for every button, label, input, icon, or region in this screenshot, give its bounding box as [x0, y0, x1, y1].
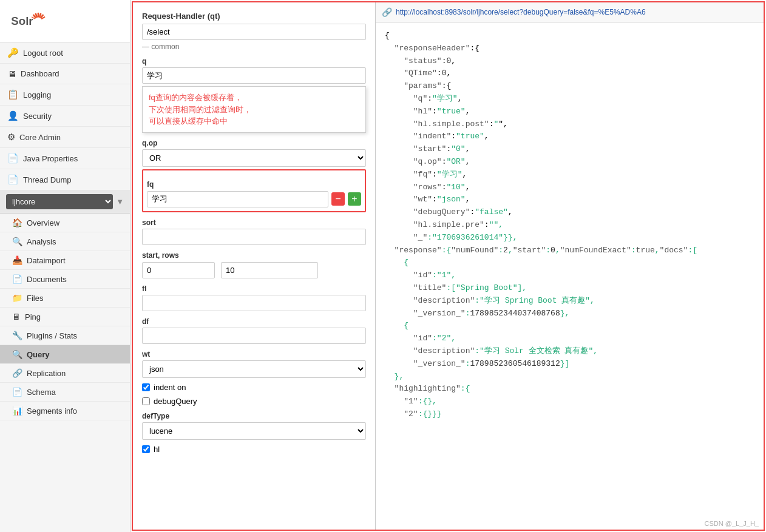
sidebar-item-security[interactable]: 👤 Security — [0, 106, 130, 127]
svg-line-0 — [33, 15, 35, 18]
core-selector-row: ljhcore ▼ — [0, 190, 130, 214]
sidebar-item-label: Thread Dump — [23, 175, 71, 184]
hl-label: hl — [154, 445, 160, 454]
start-rows-label: start, rows — [142, 251, 366, 260]
java-properties-icon: 📄 — [7, 153, 19, 164]
sidebar-item-label: Logging — [23, 90, 51, 99]
fq-add-button[interactable]: + — [348, 192, 361, 206]
deftype-select[interactable]: lucene dismax edismax — [142, 422, 366, 440]
qop-label: q.op — [142, 139, 366, 147]
response-panel: 🔗 http://localhost:8983/solr/ljhcore/sel… — [376, 2, 764, 530]
svg-text:Solr: Solr — [11, 15, 33, 28]
debug-label: debugQuery — [154, 397, 197, 406]
df-input[interactable] — [142, 328, 366, 344]
dashboard-icon: 🖥 — [7, 69, 16, 79]
form-panel: Request-Handler (qt) common q fq查询的内容会被缓… — [133, 2, 376, 530]
ping-icon: 🖥 — [12, 312, 21, 322]
security-icon: 👤 — [7, 110, 19, 121]
sidebar-logo: Solr — [0, 0, 130, 42]
sidebar-item-label: Logout root — [23, 49, 63, 58]
sidebar-sub-label: Plugins / Stats — [27, 331, 77, 340]
sidebar-sub-label: Ping — [25, 312, 41, 322]
sidebar-item-files[interactable]: 📁 Files — [0, 289, 130, 308]
files-icon: 📁 — [12, 293, 22, 303]
segments-icon: 📊 — [12, 406, 22, 416]
q-label: q — [142, 57, 366, 66]
sidebar-nav: 🔑 Logout root 🖥 Dashboard 📋 Logging 👤 Se… — [0, 42, 130, 190]
schema-icon: 📄 — [12, 387, 22, 397]
overview-icon: 🏠 — [12, 218, 22, 227]
sidebar-item-query[interactable]: 🔍 Query — [0, 345, 130, 364]
sidebar-sub-label: Overview — [27, 218, 59, 227]
sidebar-item-analysis[interactable]: 🔍 Analysis — [0, 232, 130, 251]
handler-label: Request-Handler (qt) — [142, 12, 366, 21]
sidebar: Solr 🔑 Logout root 🖥 Dashboard 📋 Logging… — [0, 0, 130, 532]
qop-select[interactable]: OR AND — [142, 149, 366, 167]
common-section-label: common — [142, 42, 366, 51]
sidebar-sub-label: Schema — [27, 388, 56, 397]
wt-select[interactable]: json xml csv — [142, 360, 366, 378]
handler-input[interactable] — [142, 24, 366, 40]
sidebar-item-dataimport[interactable]: 📥 Dataimport — [0, 251, 130, 270]
sidebar-item-logout[interactable]: 🔑 Logout root — [0, 42, 130, 64]
response-body[interactable]: { "responseHeader":{ "status":0, "QTime"… — [376, 22, 764, 530]
q-input[interactable] — [142, 67, 366, 84]
dataimport-icon: 📥 — [12, 255, 22, 265]
fl-label: fl — [142, 285, 366, 293]
sidebar-item-label: Core Admin — [19, 133, 61, 142]
fq-input[interactable] — [147, 191, 328, 207]
sidebar-item-label: Security — [23, 112, 52, 121]
core-selector[interactable]: ljhcore — [6, 194, 113, 209]
start-input[interactable] — [142, 262, 215, 278]
sidebar-sub-nav: 🏠 Overview 🔍 Analysis 📥 Dataimport 📄 Doc… — [0, 214, 130, 420]
sidebar-item-ping[interactable]: 🖥 Ping — [0, 308, 130, 326]
debug-checkbox[interactable] — [142, 397, 150, 405]
fq-tooltip-text: fq查询的内容会被缓存着，下次使用相同的过滤查询时，可以直接从缓存中命中 — [149, 93, 251, 126]
fq-row: − + — [147, 191, 361, 207]
indent-checkbox[interactable] — [142, 383, 150, 391]
sort-label: sort — [142, 218, 366, 227]
sidebar-item-documents[interactable]: 📄 Documents — [0, 270, 130, 289]
sidebar-item-java-properties[interactable]: 📄 Java Properties — [0, 148, 130, 169]
sidebar-sub-label: Dataimport — [27, 256, 66, 265]
svg-line-4 — [41, 15, 42, 18]
watermark: CSDN @_L_J_H_ — [705, 520, 759, 527]
analysis-icon: 🔍 — [12, 237, 22, 246]
sidebar-item-overview[interactable]: 🏠 Overview — [0, 214, 130, 232]
sidebar-sub-label: Query — [27, 350, 50, 359]
sidebar-sub-label: Files — [27, 294, 43, 303]
hl-checkbox[interactable] — [142, 445, 150, 453]
sidebar-item-schema[interactable]: 📄 Schema — [0, 383, 130, 402]
sidebar-sub-label: Analysis — [27, 237, 56, 246]
replication-icon: 🔗 — [12, 368, 22, 378]
logout-icon: 🔑 — [7, 47, 19, 58]
sidebar-item-segments-info[interactable]: 📊 Segments info — [0, 402, 130, 420]
fl-input[interactable] — [142, 295, 366, 311]
sidebar-sub-label: Documents — [27, 275, 67, 284]
fq-remove-button[interactable]: − — [331, 192, 345, 206]
sidebar-sub-label: Segments info — [27, 406, 77, 416]
documents-icon: 📄 — [12, 274, 22, 284]
svg-line-3 — [39, 14, 41, 17]
sidebar-item-logging[interactable]: 📋 Logging — [0, 84, 130, 106]
svg-line-5 — [42, 17, 45, 19]
sort-input[interactable] — [142, 229, 366, 245]
fq-tooltip: fq查询的内容会被缓存着，下次使用相同的过滤查询时，可以直接从缓存中命中 — [142, 86, 366, 133]
sidebar-item-plugins-stats[interactable]: 🔧 Plugins / Stats — [0, 326, 130, 345]
indent-row: indent on — [142, 383, 366, 392]
sidebar-item-dashboard[interactable]: 🖥 Dashboard — [0, 64, 130, 84]
sidebar-item-core-admin[interactable]: ⚙ Core Admin — [0, 127, 130, 148]
debug-row: debugQuery — [142, 397, 366, 406]
sidebar-sub-label: Replication — [27, 369, 66, 378]
query-icon: 🔍 — [12, 349, 22, 359]
url-icon: 🔗 — [382, 7, 392, 17]
rows-input[interactable] — [221, 262, 318, 278]
sidebar-item-label: Dashboard — [21, 69, 59, 78]
deftype-label: defType — [142, 412, 366, 420]
response-url-bar: 🔗 http://localhost:8983/solr/ljhcore/sel… — [376, 2, 764, 22]
wt-label: wt — [142, 350, 366, 359]
sidebar-item-label: Java Properties — [23, 154, 78, 163]
sidebar-item-thread-dump[interactable]: 📄 Thread Dump — [0, 169, 130, 190]
sidebar-item-replication[interactable]: 🔗 Replication — [0, 364, 130, 383]
start-rows-row — [142, 262, 366, 278]
